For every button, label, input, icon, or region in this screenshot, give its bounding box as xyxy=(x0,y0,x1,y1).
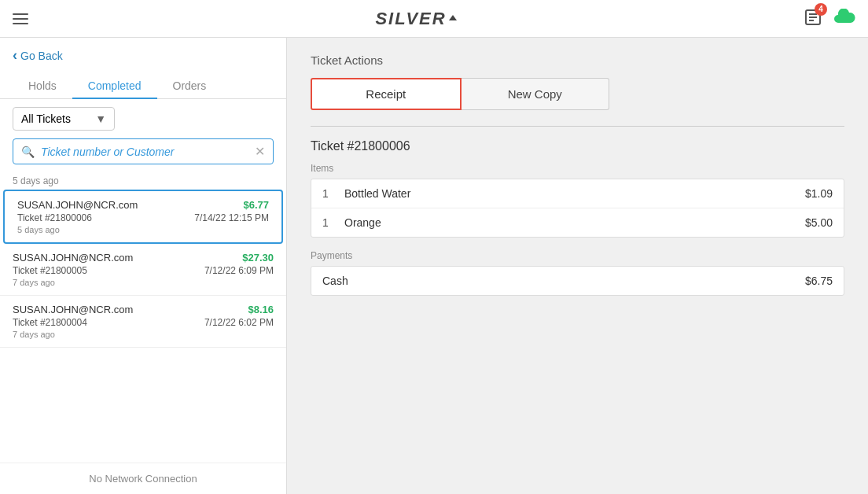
item-qty: 1 xyxy=(322,216,338,229)
ticket-email: SUSAN.JOHN@NCR.com xyxy=(17,199,138,211)
item-row: 1 Bottled Water $1.09 xyxy=(311,179,844,208)
ticket-date: 7/12/22 6:02 PM xyxy=(204,317,274,328)
notifications-icon[interactable]: 4 xyxy=(804,8,822,30)
ticket-ago: 5 days ago xyxy=(17,225,269,234)
tab-holds-label: Holds xyxy=(28,79,57,92)
filter-dropdown[interactable]: All Tickets ▼ xyxy=(13,107,115,131)
ticket-ago: 7 days ago xyxy=(13,330,274,339)
tab-completed[interactable]: Completed xyxy=(72,73,157,98)
divider xyxy=(311,126,844,127)
payments-section-label: Payments xyxy=(311,250,844,261)
section-date-label: 5 days ago xyxy=(0,172,286,190)
new-copy-button[interactable]: New Copy xyxy=(462,78,610,110)
item-row: 1 Orange $5.00 xyxy=(311,208,844,237)
title-text: SILVER xyxy=(375,9,446,28)
menu-icon[interactable] xyxy=(13,13,28,24)
ticket-ago: 7 days ago xyxy=(13,278,274,287)
payment-amount: $6.75 xyxy=(805,275,833,287)
ticket-email: SUSAN.JOHN@NCR.com xyxy=(13,252,133,264)
no-network-label: No Network Connection xyxy=(0,463,286,494)
tab-orders-label: Orders xyxy=(173,79,207,92)
item-name: Orange xyxy=(338,216,805,229)
search-placeholder: Ticket number or Customer xyxy=(41,146,248,158)
items-table: 1 Bottled Water $1.09 1 Orange $5.00 xyxy=(311,179,844,238)
ticket-number: Ticket #21800006 xyxy=(17,212,92,223)
filter-row: All Tickets ▼ xyxy=(0,99,286,138)
ticket-number: Ticket #21800005 xyxy=(13,265,87,276)
header-icons: 4 xyxy=(804,8,855,30)
tab-holds[interactable]: Holds xyxy=(13,73,72,98)
item-qty: 1 xyxy=(322,187,338,200)
ticket-amount: $6.77 xyxy=(243,199,269,211)
search-icon: 🔍 xyxy=(21,146,35,158)
ticket-actions-title: Ticket Actions xyxy=(311,53,844,67)
items-section-label: Items xyxy=(311,163,844,174)
app-title: SILVER xyxy=(375,9,456,29)
ticket-item[interactable]: SUSAN.JOHN@NCR.com $6.77 Ticket #2180000… xyxy=(3,190,283,244)
go-back-label: Go Back xyxy=(20,50,63,62)
item-price: $5.00 xyxy=(805,216,833,229)
filter-label: All Tickets xyxy=(21,112,71,125)
ticket-list: SUSAN.JOHN@NCR.com $6.77 Ticket #2180000… xyxy=(0,190,286,463)
ticket-detail-title: Ticket #21800006 xyxy=(311,139,844,153)
payments-section: Payments Cash $6.75 xyxy=(311,250,844,296)
tab-completed-label: Completed xyxy=(88,79,142,92)
filter-arrow: ▼ xyxy=(95,112,106,125)
ticket-item[interactable]: SUSAN.JOHN@NCR.com $8.16 Ticket #2180000… xyxy=(0,296,286,348)
cloud-icon[interactable] xyxy=(833,9,855,28)
tabs-bar: Holds Completed Orders xyxy=(0,73,286,99)
main-content: Go Back Holds Completed Orders All Ticke… xyxy=(0,38,868,494)
payment-name: Cash xyxy=(322,275,805,287)
ticket-date: 7/14/22 12:15 PM xyxy=(194,212,269,223)
ticket-item[interactable]: SUSAN.JOHN@NCR.com $27.30 Ticket #218000… xyxy=(0,244,286,296)
payment-row: Cash $6.75 xyxy=(311,266,844,296)
go-back-button[interactable]: Go Back xyxy=(0,38,286,73)
search-box[interactable]: 🔍 Ticket number or Customer ✕ xyxy=(13,138,274,164)
search-row: 🔍 Ticket number or Customer ✕ xyxy=(0,138,286,172)
ticket-amount: $8.16 xyxy=(248,304,274,315)
header: SILVER 4 xyxy=(0,0,868,38)
notification-badge: 4 xyxy=(815,3,827,16)
ticket-date: 7/12/22 6:09 PM xyxy=(204,265,274,276)
action-buttons: Receipt New Copy xyxy=(311,78,609,110)
right-panel: Ticket Actions Receipt New Copy Ticket #… xyxy=(287,38,868,494)
item-name: Bottled Water xyxy=(338,187,805,200)
ticket-email: SUSAN.JOHN@NCR.com xyxy=(13,304,133,315)
receipt-button[interactable]: Receipt xyxy=(311,78,462,110)
ticket-amount: $27.30 xyxy=(242,252,274,264)
item-price: $1.09 xyxy=(805,187,833,200)
tab-orders[interactable]: Orders xyxy=(157,73,223,98)
search-clear-icon[interactable]: ✕ xyxy=(255,144,265,159)
left-panel: Go Back Holds Completed Orders All Ticke… xyxy=(0,38,287,494)
ticket-number: Ticket #21800004 xyxy=(13,317,87,328)
title-caret xyxy=(449,15,457,20)
